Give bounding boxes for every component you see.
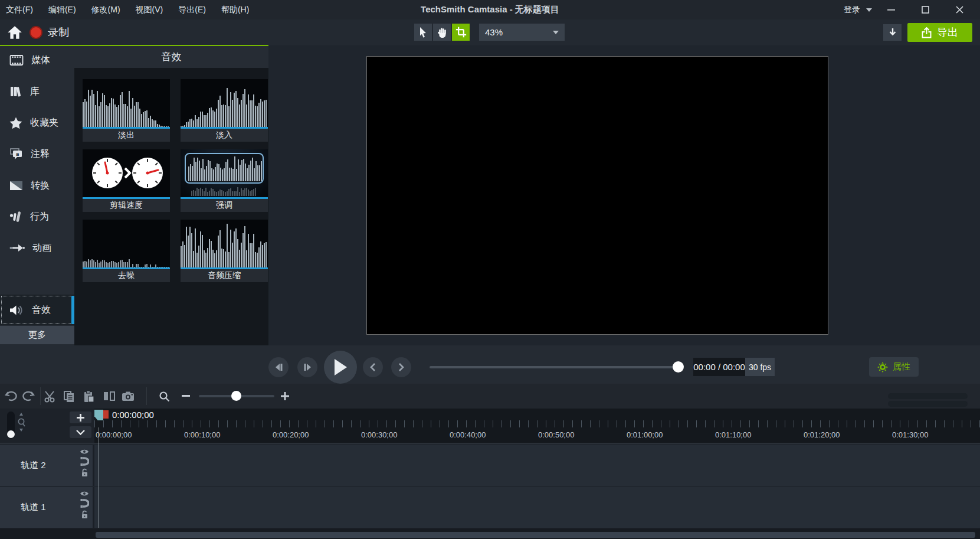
svg-text:a: a	[16, 151, 19, 157]
download-button[interactable]	[883, 24, 902, 41]
timeline-scrollbar-pill	[888, 401, 968, 407]
effect-label: 淡入	[181, 129, 268, 142]
timeline-toolbar	[0, 384, 980, 409]
split-icon	[103, 391, 116, 401]
previous-frame-button[interactable]	[268, 357, 289, 377]
sidebar-item-label: 转换	[31, 179, 50, 192]
ruler-ticks	[94, 420, 980, 427]
camtasia-window: 文件(F) 编辑(E) 修改(M) 视图(V) 导出(E) 帮助(H) Tech…	[0, 0, 980, 539]
lock-icon[interactable]	[80, 468, 89, 477]
ruler-scale[interactable]: 0:00:00;00 0:00:00;00 0:00:10;00 0:00:20…	[94, 409, 980, 443]
close-button[interactable]	[946, 0, 973, 19]
pan-tool-button[interactable]	[433, 24, 451, 41]
screenshot-button[interactable]	[119, 388, 137, 404]
clip-speed-thumbnail	[83, 149, 170, 197]
split-button[interactable]	[100, 388, 118, 404]
canvas-zoom-select[interactable]: 43%	[479, 24, 565, 41]
sidebar-item-behaviors[interactable]: 行为	[0, 202, 74, 231]
playhead[interactable]: 0:00:00;00	[94, 410, 154, 420]
sidebar-item-label: 注释	[31, 148, 50, 161]
tools-sidebar: 媒体 库 收藏夹	[0, 46, 74, 345]
effect-tile-audio-compression[interactable]: 音频压缩	[181, 220, 268, 282]
sidebar-item-animations[interactable]: 动画	[0, 234, 74, 262]
ruler-label: 0:00:30;00	[361, 430, 397, 439]
playhead-out-handle-icon[interactable]	[103, 410, 109, 419]
playhead-line[interactable]	[98, 427, 99, 528]
audio-compression-thumbnail	[181, 220, 268, 267]
magnet-icon[interactable]	[80, 498, 89, 508]
track-height-thumb[interactable]	[7, 430, 15, 438]
hand-icon	[437, 27, 448, 38]
timeline-tracks: 轨道 2	[0, 445, 980, 528]
step-forward-button[interactable]	[391, 357, 411, 377]
cut-button[interactable]	[41, 388, 59, 404]
seek-slider-track[interactable]	[430, 366, 679, 368]
effect-tile-fade-in[interactable]: 淡入	[181, 79, 268, 142]
record-button[interactable]: 录制	[30, 22, 69, 42]
crop-tool-button[interactable]	[452, 24, 470, 41]
track-row-2: 轨道 2	[0, 445, 980, 486]
step-back-button[interactable]	[363, 357, 383, 377]
redo-button[interactable]	[19, 388, 37, 404]
effect-tile-emphasize[interactable]: 强调	[181, 149, 268, 212]
select-tool-button[interactable]	[414, 24, 432, 41]
sidebar-item-transitions[interactable]: 转换	[0, 171, 74, 200]
track-lane[interactable]	[94, 487, 980, 528]
magnet-icon[interactable]	[80, 456, 89, 466]
cursor-icon	[418, 27, 428, 38]
zoom-in-button[interactable]	[276, 388, 294, 404]
playhead-handle-icon[interactable]	[94, 410, 103, 420]
ruler-label: 0:00:20;00	[273, 430, 309, 439]
play-icon	[333, 358, 348, 376]
play-button[interactable]	[324, 351, 357, 384]
sidebar-item-label: 音效	[32, 304, 51, 316]
sidebar-item-favorites[interactable]: 收藏夹	[0, 109, 74, 137]
effect-tile-remove-noise[interactable]: 去噪	[83, 220, 170, 282]
sidebar-more-button[interactable]: 更多	[0, 326, 74, 344]
paste-button[interactable]	[80, 388, 98, 404]
effect-tile-clip-speed[interactable]: 剪辑速度	[83, 149, 170, 212]
next-frame-button[interactable]	[297, 357, 317, 377]
login-menu[interactable]: 登录	[844, 0, 872, 19]
seek-slider-thumb[interactable]	[673, 361, 684, 373]
add-track-button[interactable]	[70, 411, 91, 423]
ruler-label: 0:00:10;00	[184, 430, 220, 439]
properties-button[interactable]: 属性	[869, 357, 919, 377]
copy-button[interactable]	[60, 388, 78, 404]
fade-out-thumbnail	[83, 79, 170, 127]
chevron-left-icon	[370, 363, 376, 371]
zoom-out-button[interactable]	[177, 388, 195, 404]
emphasize-thumbnail	[181, 149, 268, 197]
ruler-label: 0:01:00;00	[627, 430, 663, 439]
timeline-zoom-button[interactable]	[155, 388, 173, 404]
sidebar-item-media[interactable]: 媒体	[0, 46, 74, 74]
ruler-label: 0:01:30;00	[892, 430, 928, 439]
timeline-zoom-slider-thumb[interactable]	[231, 391, 241, 401]
lock-icon[interactable]	[80, 510, 89, 519]
export-button[interactable]: 导出	[907, 23, 972, 42]
panel-title: 音效	[74, 46, 268, 68]
sidebar-item-annotations[interactable]: a 注释	[0, 140, 74, 168]
minimize-button[interactable]	[877, 0, 904, 19]
sidebar-item-label: 媒体	[31, 54, 50, 67]
home-button[interactable]	[6, 24, 24, 41]
timeline-bottom-strip	[0, 528, 980, 539]
track-lane[interactable]	[94, 445, 980, 486]
maximize-button[interactable]	[912, 0, 939, 19]
effect-tile-fade-out[interactable]: 淡出	[83, 79, 170, 142]
eye-icon[interactable]	[80, 449, 89, 455]
undo-button[interactable]	[2, 388, 20, 404]
track-height-slider[interactable]	[7, 411, 15, 439]
track-tools-panel	[0, 409, 94, 443]
sidebar-item-audio-effects[interactable]: 音效	[0, 295, 74, 325]
timeline-horizontal-scrollbar[interactable]	[96, 532, 975, 538]
star-icon	[9, 117, 22, 129]
track-header[interactable]: 轨道 1	[0, 487, 93, 528]
effect-label: 剪辑速度	[83, 199, 170, 212]
sidebar-item-library[interactable]: 库	[0, 77, 74, 106]
track-header[interactable]: 轨道 2	[0, 445, 93, 486]
eye-icon[interactable]	[80, 491, 89, 496]
chevron-down-icon	[553, 31, 559, 34]
timeline-ruler[interactable]: 0:00:00;00 0:00:00;00 0:00:10;00 0:00:20…	[0, 409, 980, 444]
track-options-button[interactable]	[70, 426, 91, 438]
